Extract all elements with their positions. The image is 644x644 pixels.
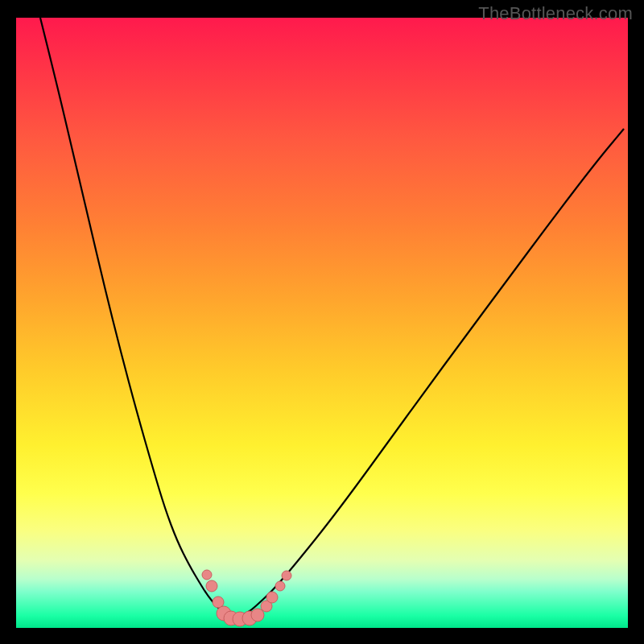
valley-markers (202, 570, 291, 626)
valley-marker (202, 570, 212, 580)
curve-path (40, 18, 624, 618)
valley-marker (275, 581, 285, 591)
valley-marker (282, 571, 291, 580)
plot-area (16, 18, 628, 628)
valley-marker (266, 592, 278, 603)
bottleneck-curve (16, 18, 628, 628)
frame: TheBottleneck.com (0, 0, 644, 644)
watermark: TheBottleneck.com (478, 3, 633, 24)
valley-marker (251, 609, 264, 621)
valley-marker (206, 580, 217, 592)
